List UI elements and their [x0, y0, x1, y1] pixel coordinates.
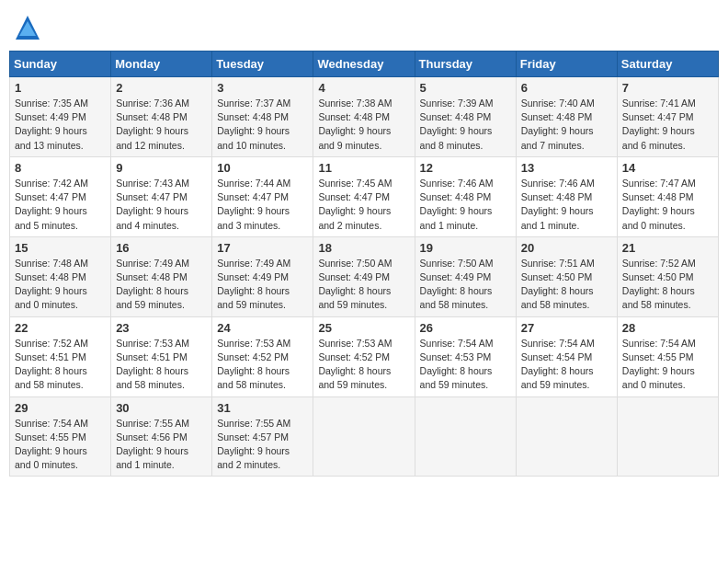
day-info: Sunrise: 7:36 AM Sunset: 4:48 PM Dayligh…	[116, 97, 207, 153]
sunset-label: Sunset: 4:54 PM	[521, 351, 593, 362]
sunrise-label: Sunrise: 7:47 AM	[622, 178, 696, 189]
daylight-label: Daylight: 8 hours and 58 minutes.	[420, 285, 493, 310]
daylight-label: Daylight: 8 hours and 58 minutes.	[15, 365, 87, 390]
daylight-label: Daylight: 8 hours and 59 minutes.	[116, 285, 188, 310]
sunset-label: Sunset: 4:49 PM	[217, 271, 289, 282]
day-number: 22	[15, 321, 106, 335]
sunrise-label: Sunrise: 7:52 AM	[15, 338, 88, 349]
weekday-header: Sunday	[10, 52, 111, 77]
sunset-label: Sunset: 4:55 PM	[15, 431, 86, 442]
sunset-label: Sunset: 4:48 PM	[318, 111, 390, 122]
sunset-label: Sunset: 4:48 PM	[15, 271, 86, 282]
day-number: 12	[420, 161, 511, 175]
logo-icon	[14, 14, 41, 41]
calendar-day-cell: 30 Sunrise: 7:55 AM Sunset: 4:56 PM Dayl…	[111, 396, 212, 477]
calendar-day-cell: 7 Sunrise: 7:41 AM Sunset: 4:47 PM Dayli…	[617, 77, 718, 157]
day-info: Sunrise: 7:35 AM Sunset: 4:49 PM Dayligh…	[15, 97, 106, 153]
day-info: Sunrise: 7:48 AM Sunset: 4:48 PM Dayligh…	[15, 257, 106, 313]
sunrise-label: Sunrise: 7:46 AM	[521, 178, 595, 189]
day-number: 7	[622, 81, 713, 95]
day-number: 10	[217, 161, 308, 175]
daylight-label: Daylight: 9 hours and 3 minutes.	[217, 205, 290, 230]
daylight-label: Daylight: 8 hours and 59 minutes.	[521, 365, 594, 390]
day-number: 15	[15, 241, 106, 255]
calendar-day-cell: 1 Sunrise: 7:35 AM Sunset: 4:49 PM Dayli…	[10, 77, 111, 157]
calendar-day-cell	[617, 396, 718, 477]
day-number: 21	[622, 241, 713, 255]
calendar-day-cell: 5 Sunrise: 7:39 AM Sunset: 4:48 PM Dayli…	[415, 77, 516, 157]
sunrise-label: Sunrise: 7:54 AM	[15, 418, 88, 429]
weekday-header: Thursday	[415, 52, 516, 77]
calendar-day-cell: 18 Sunrise: 7:50 AM Sunset: 4:49 PM Dayl…	[313, 236, 415, 316]
calendar-day-cell: 23 Sunrise: 7:53 AM Sunset: 4:51 PM Dayl…	[111, 316, 212, 396]
daylight-label: Daylight: 9 hours and 9 minutes.	[318, 125, 391, 150]
sunset-label: Sunset: 4:50 PM	[622, 271, 694, 282]
calendar-day-cell	[313, 396, 415, 477]
day-info: Sunrise: 7:41 AM Sunset: 4:47 PM Dayligh…	[622, 97, 713, 153]
day-info: Sunrise: 7:54 AM Sunset: 4:55 PM Dayligh…	[622, 337, 713, 393]
sunrise-label: Sunrise: 7:35 AM	[15, 98, 88, 109]
sunset-label: Sunset: 4:48 PM	[420, 111, 492, 122]
calendar-day-cell: 28 Sunrise: 7:54 AM Sunset: 4:55 PM Dayl…	[617, 316, 718, 396]
calendar-day-cell: 15 Sunrise: 7:48 AM Sunset: 4:48 PM Dayl…	[10, 236, 111, 316]
sunrise-label: Sunrise: 7:40 AM	[521, 98, 595, 109]
day-number: 30	[116, 401, 207, 415]
sunrise-label: Sunrise: 7:45 AM	[318, 178, 392, 189]
calendar-day-cell: 13 Sunrise: 7:46 AM Sunset: 4:48 PM Dayl…	[516, 156, 617, 236]
day-info: Sunrise: 7:54 AM Sunset: 4:53 PM Dayligh…	[420, 337, 511, 393]
sunset-label: Sunset: 4:48 PM	[521, 191, 593, 202]
sunset-label: Sunset: 4:49 PM	[15, 111, 86, 122]
day-number: 25	[318, 321, 409, 335]
calendar-day-cell: 6 Sunrise: 7:40 AM Sunset: 4:48 PM Dayli…	[516, 77, 617, 157]
weekday-header: Saturday	[617, 52, 718, 77]
daylight-label: Daylight: 9 hours and 6 minutes.	[622, 125, 695, 150]
sunrise-label: Sunrise: 7:42 AM	[15, 178, 88, 189]
day-number: 8	[15, 161, 106, 175]
daylight-label: Daylight: 9 hours and 0 minutes.	[15, 445, 87, 470]
sunrise-label: Sunrise: 7:38 AM	[318, 98, 392, 109]
day-number: 26	[420, 321, 511, 335]
sunrise-label: Sunrise: 7:49 AM	[217, 258, 290, 269]
day-number: 11	[318, 161, 409, 175]
calendar-day-cell	[516, 396, 617, 477]
sunset-label: Sunset: 4:47 PM	[116, 191, 188, 202]
calendar-day-cell: 21 Sunrise: 7:52 AM Sunset: 4:50 PM Dayl…	[617, 236, 718, 316]
sunset-label: Sunset: 4:51 PM	[15, 351, 86, 362]
day-info: Sunrise: 7:50 AM Sunset: 4:49 PM Dayligh…	[318, 257, 409, 313]
day-info: Sunrise: 7:39 AM Sunset: 4:48 PM Dayligh…	[420, 97, 511, 153]
sunrise-label: Sunrise: 7:54 AM	[420, 338, 494, 349]
calendar-day-cell: 29 Sunrise: 7:54 AM Sunset: 4:55 PM Dayl…	[10, 396, 111, 477]
calendar-day-cell: 24 Sunrise: 7:53 AM Sunset: 4:52 PM Dayl…	[212, 316, 313, 396]
sunrise-label: Sunrise: 7:46 AM	[420, 178, 494, 189]
day-number: 14	[622, 161, 713, 175]
daylight-label: Daylight: 8 hours and 58 minutes.	[622, 285, 695, 310]
calendar-week-row: 1 Sunrise: 7:35 AM Sunset: 4:49 PM Dayli…	[10, 77, 719, 157]
day-number: 23	[116, 321, 207, 335]
sunrise-label: Sunrise: 7:39 AM	[420, 98, 494, 109]
day-info: Sunrise: 7:40 AM Sunset: 4:48 PM Dayligh…	[521, 97, 612, 153]
daylight-label: Daylight: 9 hours and 12 minutes.	[116, 125, 188, 150]
sunrise-label: Sunrise: 7:44 AM	[217, 178, 290, 189]
calendar-day-cell: 9 Sunrise: 7:43 AM Sunset: 4:47 PM Dayli…	[111, 156, 212, 236]
sunset-label: Sunset: 4:49 PM	[318, 271, 390, 282]
sunset-label: Sunset: 4:48 PM	[521, 111, 593, 122]
sunrise-label: Sunrise: 7:53 AM	[217, 338, 290, 349]
day-info: Sunrise: 7:50 AM Sunset: 4:49 PM Dayligh…	[420, 257, 511, 313]
calendar-day-cell: 19 Sunrise: 7:50 AM Sunset: 4:49 PM Dayl…	[415, 236, 516, 316]
day-info: Sunrise: 7:42 AM Sunset: 4:47 PM Dayligh…	[15, 177, 106, 233]
calendar-table: SundayMondayTuesdayWednesdayThursdayFrid…	[9, 51, 719, 477]
day-info: Sunrise: 7:37 AM Sunset: 4:48 PM Dayligh…	[217, 97, 308, 153]
sunset-label: Sunset: 4:48 PM	[116, 271, 188, 282]
sunrise-label: Sunrise: 7:55 AM	[217, 418, 290, 429]
daylight-label: Daylight: 9 hours and 2 minutes.	[318, 205, 391, 230]
sunset-label: Sunset: 4:48 PM	[622, 191, 694, 202]
sunrise-label: Sunrise: 7:54 AM	[622, 338, 696, 349]
day-info: Sunrise: 7:49 AM Sunset: 4:49 PM Dayligh…	[217, 257, 308, 313]
sunset-label: Sunset: 4:55 PM	[622, 351, 694, 362]
day-number: 28	[622, 321, 713, 335]
sunrise-label: Sunrise: 7:49 AM	[116, 258, 189, 269]
calendar-day-cell: 8 Sunrise: 7:42 AM Sunset: 4:47 PM Dayli…	[10, 156, 111, 236]
day-number: 4	[318, 81, 409, 95]
daylight-label: Daylight: 9 hours and 1 minute.	[420, 205, 493, 230]
day-number: 13	[521, 161, 612, 175]
